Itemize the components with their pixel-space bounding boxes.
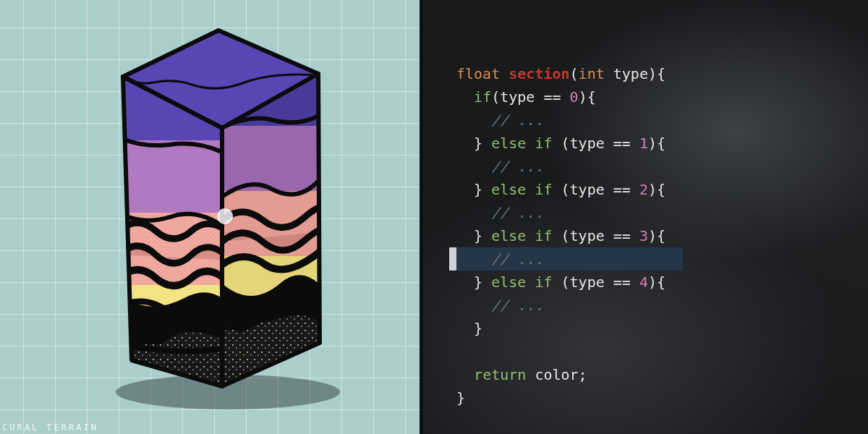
illustration-panel: CURAL TERRAIN: [0, 0, 420, 434]
code-line: // ...: [449, 294, 683, 317]
code-line: }: [449, 386, 683, 409]
svg-rect-8: [116, 140, 231, 220]
code-line: // ...: [449, 201, 683, 224]
code-line: // ...: [449, 109, 683, 132]
code-block: float section(int type){ if(type == 0){ …: [449, 62, 683, 409]
code-line: // ...: [449, 247, 683, 271]
code-line: }: [449, 317, 683, 340]
code-panel: float section(int type){ if(type == 0){ …: [423, 0, 868, 434]
cursor-dot: [217, 208, 233, 224]
code-line: } else if (type == 1){: [449, 132, 683, 155]
code-line: [449, 340, 683, 363]
code-line: } else if (type == 3){: [449, 224, 683, 247]
code-line: } else if (type == 2){: [449, 178, 683, 201]
code-line: return color;: [449, 363, 683, 386]
code-line: if(type == 0){: [449, 85, 683, 109]
code-line: float section(int type){: [449, 62, 683, 85]
code-line: // ...: [449, 155, 683, 178]
code-line: } else if (type == 4){: [449, 271, 683, 294]
terrain-column-illustration: [80, 10, 354, 430]
watermark-label: CURAL TERRAIN: [2, 422, 98, 433]
